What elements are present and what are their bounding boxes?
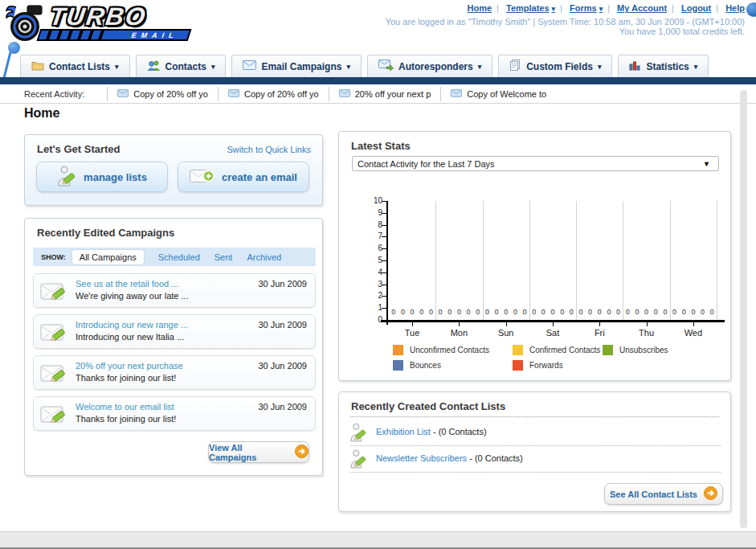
envelope-icon	[243, 60, 256, 72]
campaign-card[interactable]: Welcome to our email list Thanks for joi…	[33, 396, 316, 431]
legend-label: Unsubscribes	[619, 346, 668, 354]
envelope-icon	[451, 89, 462, 99]
view-all-campaigns-button[interactable]: View All Campaigns	[208, 441, 309, 463]
top-utility-nav: Home| Templates▾| Forms▾| My Account| Lo…	[468, 3, 746, 13]
chevron-down-icon: ▾	[346, 63, 350, 71]
contact-list-link[interactable]: Newsletter Subscribers	[376, 453, 467, 463]
recent-activity-item[interactable]: Copy of 20% off yo	[218, 87, 329, 101]
latest-stats-title: Latest Stats	[351, 140, 411, 152]
bar-chart-icon	[629, 60, 641, 73]
tab-contacts[interactable]: Contacts▾	[136, 55, 227, 77]
data-value-label: 0	[709, 308, 716, 316]
y-axis-label: 8	[362, 220, 382, 229]
x-axis-tick	[647, 322, 648, 326]
see-all-contact-lists-button[interactable]: See All Contact Lists	[604, 483, 723, 505]
filter-all-campaigns[interactable]: All Campaigns	[72, 250, 144, 264]
x-axis-tick	[412, 322, 413, 326]
top-link-help[interactable]: Help	[725, 3, 745, 13]
campaign-date: 30 Jun 2009	[258, 402, 307, 412]
chevron-down-icon: ▾	[211, 63, 215, 71]
data-value-label: 0	[465, 308, 472, 316]
tab-contact-lists[interactable]: Contact Lists▾	[20, 55, 130, 77]
tab-statistics[interactable]: Statistics▾	[618, 55, 709, 77]
arrow-circle-icon	[295, 445, 309, 460]
filter-archived[interactable]: Archived	[247, 252, 281, 262]
data-value-label: 0	[689, 308, 697, 316]
y-axis-label: 3	[362, 280, 382, 289]
switch-quick-links[interactable]: Switch to Quick Links	[227, 145, 311, 154]
data-value-label: 0	[512, 308, 519, 316]
envelope-pencil-icon	[40, 281, 69, 305]
person-pencil-icon	[350, 449, 366, 472]
login-status-text: You are logged in as "Timothy Smith" | S…	[386, 17, 745, 27]
tab-autoresponders[interactable]: Autoresponders▾	[367, 55, 492, 77]
contact-list-count: - (0 Contacts)	[433, 427, 487, 436]
chevron-down-icon: ▾	[478, 63, 482, 71]
x-axis-label: Fri	[583, 328, 615, 338]
top-link-templates[interactable]: Templates▾	[506, 3, 555, 13]
campaign-card[interactable]: 20% off your next purchase Thanks for jo…	[33, 355, 316, 390]
chevron-down-icon: ▾	[599, 5, 603, 13]
data-value-label: 0	[550, 308, 557, 316]
page-title: Home	[24, 106, 59, 121]
campaign-title-link[interactable]: See us at the retail food ...	[76, 279, 178, 289]
campaign-card[interactable]: Introducing our new range ... Introducin…	[33, 314, 316, 349]
top-link-logout[interactable]: Logout	[681, 3, 711, 13]
logo-title: TURBO	[47, 2, 148, 31]
recent-campaigns-panel: Recently Edited Campaigns SHOW: All Camp…	[24, 218, 323, 476]
data-value-label: 0	[474, 308, 481, 316]
turbo-email-logo[interactable]: TURBO EMAIL	[5, 2, 206, 47]
campaign-subtitle: Thanks for joining our list!	[76, 373, 176, 383]
legend-item: Confirmed Contacts	[513, 345, 603, 355]
filter-scheduled[interactable]: Scheduled	[158, 252, 200, 262]
x-axis-label: Tue	[396, 328, 428, 338]
top-link-my-account[interactable]: My Account	[617, 3, 667, 13]
chevron-down-icon: ▾	[598, 63, 602, 71]
campaign-card[interactable]: See us at the retail food ... We're givi…	[33, 273, 316, 308]
person-pencil-icon	[57, 166, 76, 189]
link-separator: |	[672, 3, 674, 13]
contact-list-link[interactable]: Exhibition List	[376, 427, 431, 436]
recent-activity-item[interactable]: Copy of Welcome to	[440, 87, 556, 101]
recent-activity-item[interactable]: 20% off your next p	[329, 87, 441, 101]
tab-email-campaigns[interactable]: Email Campaigns▾	[231, 55, 362, 77]
campaign-title-link[interactable]: Welcome to our email list	[76, 402, 174, 412]
stats-legend: Unconfirmed ContactsConfirmed ContactsUn…	[393, 345, 668, 371]
data-value-label: 0	[586, 308, 594, 316]
data-value-label: 0	[671, 308, 678, 316]
show-label: SHOW:	[41, 253, 66, 261]
footer-bar	[0, 531, 756, 549]
envelope-plus-icon	[190, 168, 215, 186]
legend-swatch	[513, 345, 523, 355]
pages-icon	[509, 59, 521, 73]
top-link-forms[interactable]: Forms▾	[570, 3, 603, 13]
data-value-label: 0	[615, 308, 622, 316]
data-value-label: 0	[493, 308, 501, 316]
chevron-down-icon: ▼	[703, 160, 710, 168]
campaign-title-link[interactable]: Introducing our new range ...	[76, 320, 188, 330]
data-value-label: 0	[521, 308, 529, 316]
y-axis-label: 6	[362, 244, 382, 252]
x-axis-tick	[459, 322, 460, 326]
recent-activity-item[interactable]: Copy of 20% off yo	[107, 87, 218, 101]
scrollbar[interactable]	[740, 90, 747, 528]
top-link-home[interactable]: Home	[468, 3, 492, 13]
navy-divider-bar	[0, 77, 756, 84]
tab-label: Contacts	[166, 61, 206, 72]
legend-item: Bounces	[393, 360, 513, 371]
data-value-label: 0	[578, 308, 585, 316]
create-email-button[interactable]: create an email	[178, 162, 309, 192]
y-axis-line	[386, 201, 388, 325]
tab-custom-fields[interactable]: Custom Fields▾	[498, 55, 612, 77]
folder-icon	[31, 60, 44, 73]
filter-sent[interactable]: Sent	[215, 252, 233, 262]
campaign-title-link[interactable]: 20% off your next purchase	[76, 361, 183, 371]
contact-lists-title: Recently Created Contact Lists	[351, 400, 505, 412]
data-value-label: 0	[502, 308, 509, 316]
recent-activity-label: Recent Activity:	[24, 89, 84, 99]
legend-label: Confirmed Contacts	[529, 346, 600, 354]
help-bubble-icon[interactable]	[746, 2, 756, 17]
manage-lists-button[interactable]: manage lists	[36, 162, 168, 192]
stats-period-select[interactable]: Contact Activity for the Last 7 Days ▼	[352, 156, 719, 171]
campaign-subtitle: Introducing our new Italia ...	[76, 332, 184, 342]
